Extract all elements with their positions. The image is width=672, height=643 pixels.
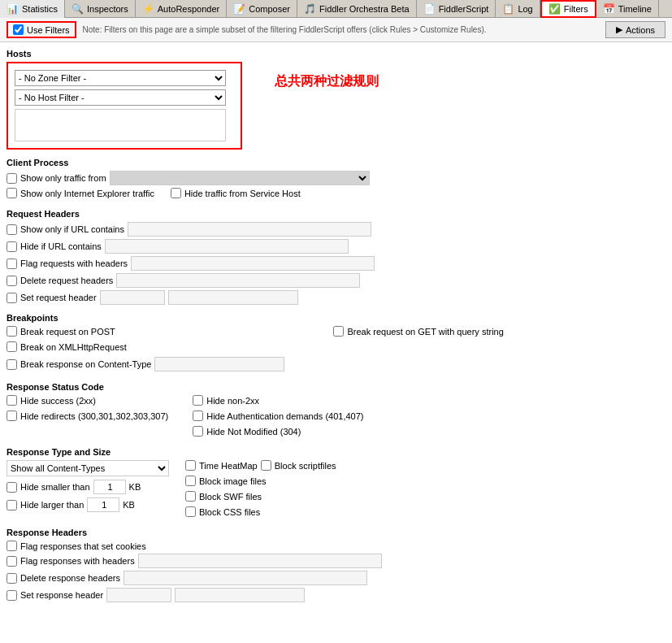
hide-larger-checkbox[interactable] — [7, 500, 17, 510]
flag-headers-checkbox[interactable] — [7, 259, 17, 269]
hide-redirects-row: Hide redirects (300,301,302,303,307) — [7, 411, 168, 421]
breakpoints-section: Breakpoints Break request on POST Break … — [7, 313, 665, 374]
time-heatmap-checkbox[interactable] — [185, 460, 196, 471]
flag-headers-input[interactable] — [131, 256, 375, 271]
break-response-checkbox[interactable] — [7, 359, 17, 370]
show-url-input[interactable] — [128, 222, 371, 237]
break-response-input[interactable] — [154, 357, 284, 371]
set-header-checkbox[interactable] — [7, 293, 17, 303]
content-type-select[interactable]: Show all Content-Types Show only HTML Sh… — [7, 460, 169, 476]
block-swf-label: Block SWF files — [199, 492, 262, 502]
hide-non2xx-checkbox[interactable] — [193, 395, 203, 406]
delete-resp-headers-checkbox[interactable] — [7, 573, 17, 584]
tab-inspectors[interactable]: 🔍 Inspectors — [65, 0, 136, 18]
block-script-checkbox[interactable] — [261, 460, 271, 471]
filters-icon: ✅ — [548, 3, 561, 15]
actions-button[interactable]: ▶ Actions — [605, 21, 665, 38]
block-css-checkbox[interactable] — [185, 506, 196, 517]
set-header-row: Set request header — [7, 290, 665, 305]
autoresponder-icon: ⚡ — [142, 3, 154, 15]
delete-headers-input[interactable] — [116, 273, 360, 288]
hide-success-label: Hide success (2xx) — [20, 396, 96, 406]
tab-autoresponder[interactable]: ⚡ AutoResponder — [136, 0, 227, 18]
set-resp-header-name-input[interactable] — [106, 588, 171, 602]
show-ie-row: Show only Internet Explorer traffic — [7, 188, 154, 198]
block-swf-checkbox[interactable] — [185, 491, 196, 502]
response-type-row: Show all Content-Types Show only HTML Sh… — [7, 460, 665, 519]
tab-fiddler-orchestra-label: Fiddler Orchestra Beta — [319, 4, 410, 14]
hide-service-host-row: Hide traffic from Service Host — [171, 188, 301, 198]
tab-timeline[interactable]: 📅 Timeline — [596, 0, 659, 18]
show-url-label: Show only if URL contains — [20, 224, 124, 234]
host-filter-select[interactable]: - No Host Filter - Show only intranet ho… — [15, 89, 226, 106]
show-ie-checkbox[interactable] — [7, 188, 17, 198]
hide-url-input[interactable] — [105, 239, 349, 254]
tab-composer-label: Composer — [249, 4, 290, 14]
tab-statistics[interactable]: 📊 Statistics — [0, 0, 65, 18]
set-resp-header-row: Set response header — [7, 588, 665, 602]
tab-fiddlerscript[interactable]: 📄 FiddlerScript — [417, 0, 496, 18]
hide-larger-label: Hide larger than — [20, 500, 84, 510]
hide-redirects-checkbox[interactable] — [7, 411, 17, 421]
tab-composer[interactable]: 📝 Composer — [227, 0, 297, 18]
break-xml-checkbox[interactable] — [7, 341, 17, 352]
break-post-checkbox[interactable] — [7, 326, 17, 337]
tab-inspectors-label: Inspectors — [87, 4, 128, 14]
break-response-row: Break response on Content-Type — [7, 357, 284, 371]
flag-resp-headers-input[interactable] — [138, 554, 382, 568]
show-url-checkbox[interactable] — [7, 224, 17, 235]
block-script-label: Block scriptfiles — [275, 461, 336, 471]
show-url-row: Show only if URL contains — [7, 222, 665, 237]
flag-resp-headers-checkbox[interactable] — [7, 556, 17, 567]
use-filters-checkbox[interactable] — [13, 24, 24, 35]
chinese-annotation: 总共两种过滤规则 — [258, 65, 379, 90]
statistics-icon: 📊 — [7, 3, 19, 15]
tab-log-label: Log — [518, 4, 532, 14]
hide-success-checkbox[interactable] — [7, 395, 17, 406]
tab-fiddlerscript-label: FiddlerScript — [439, 4, 489, 14]
tab-timeline-label: Timeline — [618, 4, 652, 14]
break-response-label: Break response on Content-Type — [20, 359, 151, 369]
block-image-checkbox[interactable] — [185, 476, 196, 486]
hide-smaller-row: Hide smaller than KB — [7, 480, 169, 494]
hide-url-checkbox[interactable] — [7, 241, 17, 252]
response-headers-section: Response Headers Flag responses that set… — [7, 528, 665, 602]
set-header-name-input[interactable] — [100, 290, 165, 305]
hide-auth-checkbox[interactable] — [193, 411, 203, 421]
response-headers-title: Response Headers — [7, 528, 665, 537]
flag-cookies-checkbox[interactable] — [7, 541, 17, 551]
flag-headers-label: Flag requests with headers — [20, 259, 128, 268]
hide-auth-label: Hide Authentication demands (401,407) — [206, 411, 363, 421]
hide-smaller-label: Hide smaller than — [20, 482, 90, 492]
hide-service-host-label: Hide traffic from Service Host — [184, 189, 301, 198]
breakpoints-title: Breakpoints — [7, 313, 665, 323]
delete-headers-checkbox[interactable] — [7, 276, 17, 286]
set-resp-header-value-input[interactable] — [175, 588, 305, 602]
response-type-section: Response Type and Size Show all Content-… — [7, 447, 665, 519]
hosts-list[interactable] — [15, 109, 226, 141]
break-get-row: Break request on GET with query string — [333, 326, 503, 337]
hide-url-row: Hide if URL contains — [7, 239, 665, 254]
hide-smaller-input[interactable] — [93, 480, 126, 494]
tab-filters[interactable]: ✅ Filters — [540, 0, 596, 18]
tab-fiddler-orchestra[interactable]: 🎵 Fiddler Orchestra Beta — [297, 0, 417, 18]
delete-resp-headers-input[interactable] — [124, 571, 367, 585]
response-type-title: Response Type and Size — [7, 447, 665, 457]
tab-filters-label: Filters — [564, 4, 588, 14]
break-get-checkbox[interactable] — [333, 326, 344, 337]
hide-smaller-checkbox[interactable] — [7, 482, 17, 493]
block-image-row: Block image files — [185, 476, 336, 486]
actions-label: Actions — [626, 25, 655, 35]
hide-url-label: Hide if URL contains — [20, 241, 102, 251]
hide-larger-input[interactable] — [87, 497, 119, 512]
hide-service-host-checkbox[interactable] — [171, 188, 181, 198]
set-resp-header-checkbox[interactable] — [7, 590, 17, 601]
set-header-value-input[interactable] — [168, 290, 298, 305]
tab-log[interactable]: 📋 Log — [496, 0, 540, 18]
timeline-icon: 📅 — [603, 3, 615, 15]
zone-filter-select[interactable]: - No Zone Filter - Local Zone Only Inter… — [15, 70, 226, 86]
process-select[interactable] — [110, 171, 370, 185]
show-traffic-checkbox[interactable] — [7, 173, 17, 184]
request-headers-section: Request Headers Show only if URL contain… — [7, 209, 665, 305]
hide-not-modified-checkbox[interactable] — [193, 426, 203, 437]
